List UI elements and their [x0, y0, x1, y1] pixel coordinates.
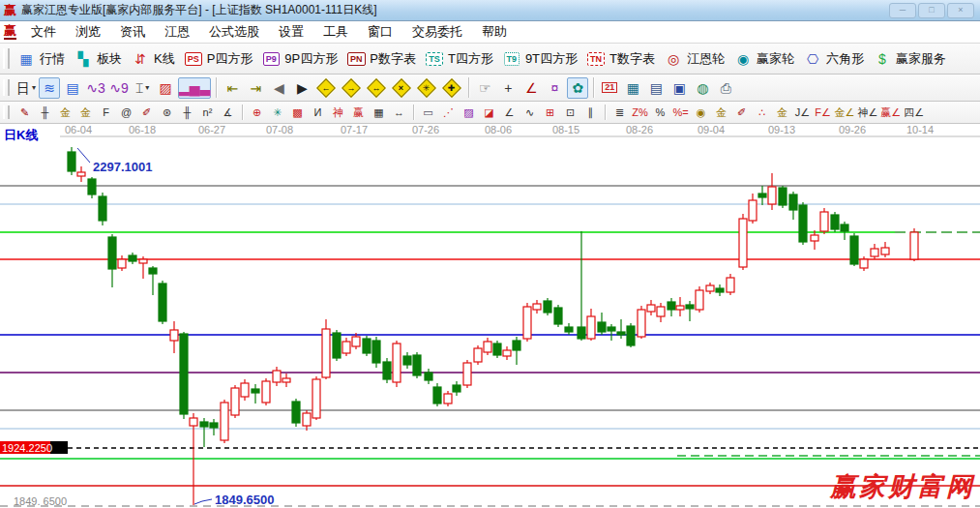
target-icon[interactable]: ⊕: [248, 104, 267, 122]
single-candle-icon[interactable]: ⌶▾: [132, 77, 153, 99]
p9-badge-icon[interactable]: P9: [260, 48, 282, 70]
wave9-icon[interactable]: ∿9: [108, 77, 130, 99]
hexagon-icon[interactable]: ⎔: [802, 48, 823, 70]
printer-icon[interactable]: ⎙: [715, 77, 736, 99]
hand-icon[interactable]: ☞: [474, 77, 495, 99]
menu-item-设置[interactable]: 设置: [269, 21, 313, 43]
menu-item-帮助[interactable]: 帮助: [472, 21, 517, 43]
starburst-icon[interactable]: ✳: [268, 104, 287, 122]
diamond-star-icon[interactable]: ✳: [415, 77, 438, 99]
menu-item-窗口[interactable]: 窗口: [358, 21, 402, 43]
ts-badge-icon[interactable]: TS: [424, 48, 445, 70]
menu-item-交易委托[interactable]: 交易委托: [402, 21, 472, 43]
menu-item-文件[interactable]: 文件: [21, 21, 66, 43]
price-fan-icon[interactable]: ∴: [753, 104, 772, 122]
gold-circle-icon[interactable]: ◉: [692, 104, 711, 122]
n2-icon[interactable]: n²: [198, 104, 218, 122]
menu-item-资讯[interactable]: 资讯: [110, 21, 155, 43]
winner-wheel-icon[interactable]: ◉: [732, 48, 754, 70]
menu-item-江恩[interactable]: 江恩: [155, 21, 199, 43]
fan-purple-icon[interactable]: ▨: [460, 104, 479, 122]
arrow-right-icon[interactable]: ▶: [291, 77, 312, 99]
menu-item-工具[interactable]: 工具: [313, 21, 358, 43]
ying-grid-icon[interactable]: 赢: [349, 104, 369, 122]
fan-lines-icon[interactable]: ∠: [500, 104, 520, 122]
f-angle-icon[interactable]: F∠: [814, 104, 833, 122]
angle-ruler-icon[interactable]: ∡: [219, 104, 238, 122]
percent-icon[interactable]: %: [651, 104, 670, 122]
pencil-icon[interactable]: ✎: [15, 104, 35, 122]
wave-n-icon[interactable]: И: [309, 104, 328, 122]
kline-chart-canvas[interactable]: 06-0406-1806-2707-0807-1707-2608-0608-15…: [0, 124, 980, 508]
diamond-plus-icon[interactable]: ✚: [440, 77, 463, 99]
shen-angle-icon[interactable]: 神∠: [856, 104, 878, 122]
f-ruler-icon[interactable]: F: [97, 104, 116, 122]
j-angle-icon[interactable]: J∠: [793, 104, 813, 122]
ps-badge-icon[interactable]: PS: [183, 48, 204, 70]
toolbar-grip[interactable]: [3, 48, 10, 68]
gold-ruler2-icon[interactable]: 金: [76, 104, 96, 122]
spiral-icon[interactable]: @: [117, 104, 136, 122]
percent-zigzag-icon[interactable]: Z%: [631, 104, 650, 122]
minimize-button-icon[interactable]: ─: [889, 3, 916, 18]
diamond-right-icon[interactable]: →: [340, 77, 363, 99]
wave3-icon[interactable]: ∿3: [85, 77, 106, 99]
tn-badge-icon[interactable]: TN: [585, 48, 607, 70]
gold-angle-icon[interactable]: 金∠: [834, 104, 856, 122]
arrow-left-icon[interactable]: ◀: [268, 77, 289, 99]
calculator-icon[interactable]: ▦: [622, 77, 643, 99]
diamond-hswap-icon[interactable]: ↔: [365, 77, 388, 99]
menu-item-公式选股[interactable]: 公式选股: [199, 21, 269, 43]
parallel-icon[interactable]: ∥: [581, 104, 601, 122]
grid-dark-icon[interactable]: ⊡: [561, 104, 580, 122]
gold-lines2-icon[interactable]: 金: [773, 104, 792, 122]
grid-table-icon[interactable]: ▦: [15, 48, 37, 70]
toolbar-grip[interactable]: [3, 105, 10, 119]
blocks-icon[interactable]: ▚: [73, 48, 94, 70]
angle-icon[interactable]: ∠: [520, 77, 542, 99]
span-arrow-icon[interactable]: ↔: [390, 104, 409, 122]
globe-icon[interactable]: ◍: [692, 77, 713, 99]
web-grid-icon[interactable]: ▩: [288, 104, 308, 122]
histogram-icon[interactable]: ▂▅▃: [178, 77, 211, 99]
diamond-x-icon[interactable]: ×: [390, 77, 413, 99]
fan-box-icon[interactable]: ◪: [480, 104, 499, 122]
four-angle-icon[interactable]: 四∠: [903, 104, 925, 122]
zigzag-icon[interactable]: ≋: [39, 77, 60, 99]
dense-grid-icon[interactable]: ▦: [370, 104, 389, 122]
ray-fan-icon[interactable]: ⋰: [439, 104, 459, 122]
ruler-icon[interactable]: ╫: [36, 104, 55, 122]
candles-icon[interactable]: ⇵: [130, 48, 151, 70]
purple-tool-icon[interactable]: ¤: [544, 77, 565, 99]
marker-icon[interactable]: ✐: [137, 104, 157, 122]
toolbar-grip[interactable]: [3, 79, 10, 97]
diamond-left-icon[interactable]: ←: [314, 77, 338, 99]
maximize-button-icon[interactable]: □: [918, 3, 945, 18]
percent-lines-icon[interactable]: %=: [671, 104, 691, 122]
scale-bars-icon[interactable]: ≣: [610, 104, 630, 122]
grid-red-icon[interactable]: ⊞: [541, 104, 560, 122]
crosshair-icon[interactable]: +: [497, 77, 519, 99]
gold-ruler-icon[interactable]: 金: [56, 104, 75, 122]
time-ruler-icon[interactable]: ╫: [178, 104, 197, 122]
info-doc-icon[interactable]: ▤: [62, 77, 83, 99]
shen-grid-icon[interactable]: 神: [329, 104, 348, 122]
dollar-icon[interactable]: $: [872, 48, 893, 70]
menu-item-浏览[interactable]: 浏览: [66, 21, 110, 43]
close-button-icon[interactable]: ×: [947, 3, 974, 18]
skip-end-icon[interactable]: ⇥: [245, 77, 266, 99]
zigzag-tool-icon[interactable]: ∿: [520, 104, 540, 122]
flag-pen-icon[interactable]: ✐: [732, 104, 752, 122]
calendar-21-icon[interactable]: 21: [599, 77, 620, 99]
fractal-icon[interactable]: ✿: [567, 77, 588, 99]
gold-lines-icon[interactable]: 金: [712, 104, 731, 122]
t9-badge-icon[interactable]: T9: [501, 48, 522, 70]
box-icon[interactable]: ▭: [419, 104, 438, 122]
period-day-icon[interactable]: 日▾: [15, 77, 37, 99]
floppy-icon[interactable]: ▣: [668, 77, 690, 99]
ying-angle-icon[interactable]: 赢∠: [879, 104, 902, 122]
skip-start-icon[interactable]: ⇤: [222, 77, 243, 99]
pattern-box-icon[interactable]: ▨: [155, 77, 176, 99]
gann-wheel-icon[interactable]: ◎: [663, 48, 684, 70]
notepad-icon[interactable]: ▤: [645, 77, 667, 99]
